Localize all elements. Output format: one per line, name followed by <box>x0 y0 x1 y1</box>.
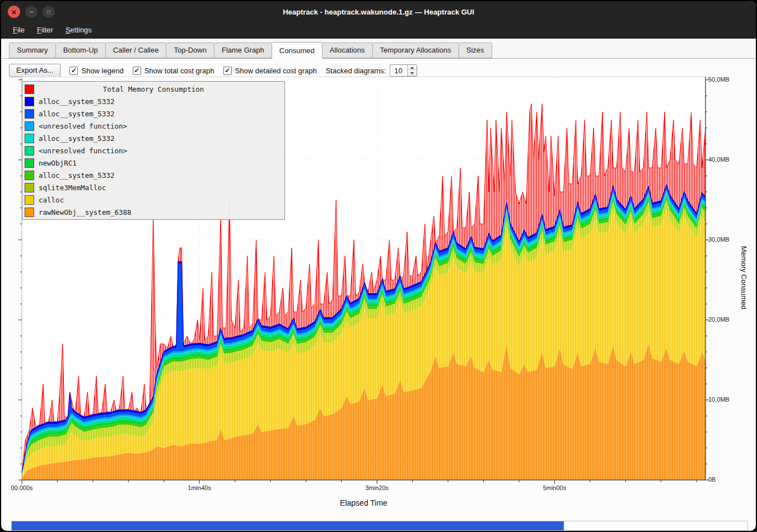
checkbox-icon[interactable] <box>133 67 141 75</box>
progress-bar-fill <box>12 521 564 530</box>
window-title: Heaptrack - heaptrack.wakunode.1.gz — He… <box>283 8 474 16</box>
legend-label: rawNewObj__system_6388 <box>39 208 132 216</box>
legend-swatch <box>25 146 34 156</box>
legend-items: alloc__system_5332alloc__system_5332<unr… <box>25 95 282 218</box>
stacked-diagrams-spinbox[interactable]: 10 <box>390 64 417 77</box>
legend-swatch <box>25 158 34 168</box>
legend-swatch <box>25 208 34 217</box>
stacked-diagrams-label: Stacked diagrams: <box>326 67 386 75</box>
legend-item: sqlite3MemMalloc <box>25 181 282 194</box>
tab-summary[interactable]: Summary <box>9 43 56 58</box>
legend-label: calloc <box>39 196 64 204</box>
stacked-diagrams-group: Stacked diagrams: 10 <box>326 64 418 77</box>
chart-legend: Total Memory Consumption alloc__system_5… <box>22 81 285 220</box>
legend-swatch <box>25 183 34 192</box>
menubar: FileFilterSettings <box>1 22 756 39</box>
legend-swatch <box>25 121 34 131</box>
menu-file[interactable]: File <box>7 22 31 38</box>
y-axis-tick-label: 30,0MB <box>708 236 730 243</box>
legend-swatch <box>25 97 34 106</box>
menu-filter[interactable]: Filter <box>31 22 59 38</box>
tab-bottom-up[interactable]: Bottom-Up <box>56 43 106 58</box>
x-axis-tick-label: 5min00s <box>531 484 578 491</box>
window-controls: ×−□ <box>8 1 55 22</box>
legend-swatch-total <box>25 84 34 94</box>
close-button[interactable]: × <box>8 6 20 18</box>
checkbox-show-legend[interactable]: Show legend <box>69 67 123 75</box>
tab-sizes[interactable]: Sizes <box>459 43 492 58</box>
y-axis-tick-label: 0B <box>708 476 716 483</box>
legend-title-row: Total Memory Consumption <box>25 83 282 95</box>
menu-settings[interactable]: Settings <box>59 22 98 38</box>
checkbox-label: Show legend <box>81 67 123 75</box>
chart-region: Total Memory Consumption alloc__system_5… <box>1 1 756 531</box>
maximize-button[interactable]: □ <box>43 6 55 18</box>
legend-item: newObjRC1 <box>25 157 282 169</box>
legend-label: alloc__system_5332 <box>39 171 114 180</box>
legend-label: <unresolved function> <box>39 122 127 130</box>
x-axis-tick-label: 00.000s <box>0 484 45 491</box>
legend-item: calloc <box>25 194 282 206</box>
x-axis-title: Elapsed Time <box>22 498 705 507</box>
tab-bar: SummaryBottom-UpCaller / CalleeTop-DownF… <box>1 39 756 59</box>
checkbox-label: Show total cost graph <box>144 67 214 75</box>
legend-item: alloc__system_5332 <box>25 107 282 120</box>
legend-item: alloc__system_5332 <box>25 132 282 144</box>
legend-label: alloc__system_5332 <box>39 134 114 143</box>
legend-item: <unresolved function> <box>25 120 282 132</box>
tab-top-down[interactable]: Top-Down <box>166 43 214 58</box>
checkbox-icon[interactable] <box>223 67 232 75</box>
checkbox-icon[interactable] <box>69 67 78 75</box>
minimize-button[interactable]: − <box>25 6 38 18</box>
legend-swatch <box>25 195 34 205</box>
stacked-diagrams-value: 10 <box>390 65 407 76</box>
tab-consumed[interactable]: Consumed <box>272 42 323 59</box>
y-axis-tick-label: 50,0MB <box>708 76 730 83</box>
titlebar[interactable]: ×−□ Heaptrack - heaptrack.wakunode.1.gz … <box>1 1 756 22</box>
legend-item: <unresolved function> <box>25 144 282 157</box>
legend-swatch <box>25 171 34 180</box>
tab-temporary-allocations[interactable]: Temporary Allocations <box>373 43 459 58</box>
y-axis-title: Memory Consumed <box>740 232 748 324</box>
checkbox-show-total-cost-graph[interactable]: Show total cost graph <box>133 67 214 75</box>
y-axis-tick-label: 40,0MB <box>708 156 730 163</box>
spin-up-button[interactable] <box>408 65 417 70</box>
y-axis-tick-label: 10,0MB <box>708 396 730 403</box>
legend-label: <unresolved function> <box>39 147 127 155</box>
legend-label: alloc__system_5332 <box>39 110 114 118</box>
tab-flame-graph[interactable]: Flame Graph <box>214 43 272 58</box>
tab-allocations[interactable]: Allocations <box>323 43 373 58</box>
tab-caller-callee[interactable]: Caller / Callee <box>106 43 167 58</box>
toolbar-checkboxes: Show legendShow total cost graphShow det… <box>69 67 316 75</box>
legend-swatch <box>25 134 34 143</box>
legend-swatch <box>25 109 34 119</box>
spin-buttons <box>407 65 417 76</box>
y-axis-tick-label: 20,0MB <box>708 316 730 323</box>
legend-label: sqlite3MemMalloc <box>39 183 106 192</box>
export-as-button[interactable]: Export As... <box>9 64 60 77</box>
legend-label: alloc__system_5332 <box>39 97 114 106</box>
legend-label: newObjRC1 <box>39 159 77 167</box>
legend-item: alloc__system_5332 <box>25 95 282 107</box>
x-axis-tick-label: 1min40s <box>176 484 223 491</box>
x-axis-tick-label: 3min20s <box>353 484 400 491</box>
legend-item: rawNewObj__system_6388 <box>25 206 282 218</box>
heaptrack-window: ×−□ Heaptrack - heaptrack.wakunode.1.gz … <box>0 0 757 532</box>
legend-title: Total Memory Consumption <box>39 85 282 93</box>
legend-item: alloc__system_5332 <box>25 169 282 181</box>
spin-down-button[interactable] <box>408 70 417 76</box>
checkbox-label: Show detailed cost graph <box>235 67 317 75</box>
checkbox-show-detailed-cost-graph[interactable]: Show detailed cost graph <box>223 67 317 75</box>
progress-bar <box>11 521 748 531</box>
